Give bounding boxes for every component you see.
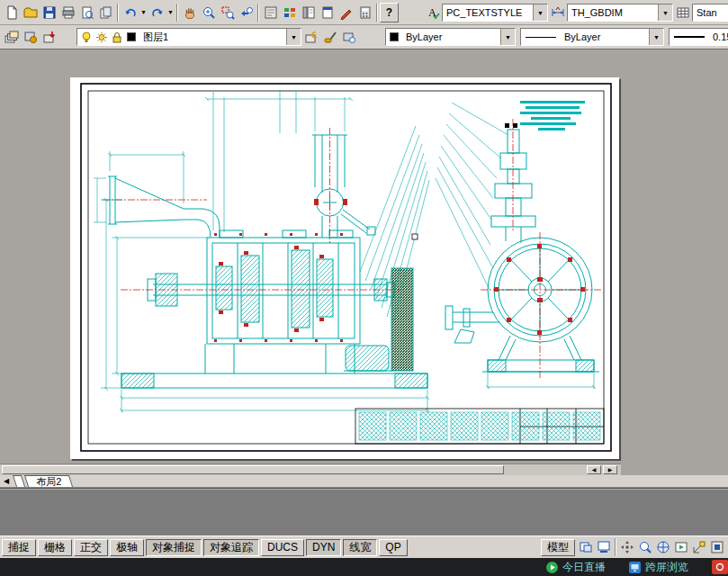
layer-isolate-icon[interactable]	[339, 27, 358, 47]
quickcalc-icon[interactable]	[355, 3, 374, 22]
qp-toggle[interactable]: QP	[379, 539, 407, 556]
chevron-down-icon[interactable]: ▼	[500, 29, 515, 45]
status-bar: 捕捉 栅格 正交 极轴 对象捕捉 对象追踪 DUCS DYN 线宽 QP 模型	[0, 536, 728, 558]
model-space-button[interactable]: 模型	[541, 539, 575, 556]
snap-toggle[interactable]: 捕捉	[2, 539, 36, 556]
properties-icon-glyph	[264, 5, 278, 20]
match-properties-icon[interactable]	[320, 27, 339, 47]
layer-states-icon[interactable]	[21, 27, 40, 47]
promo-item[interactable]	[712, 560, 728, 574]
pickbox-cursor	[412, 234, 418, 239]
sheet-set-manager-icon[interactable]	[318, 3, 337, 22]
markup-icon[interactable]	[337, 3, 355, 22]
osnap-label: 对象捕捉	[152, 540, 195, 555]
text-style-icon[interactable]: A	[423, 3, 442, 22]
chevron-down-icon[interactable]: ▼	[286, 29, 301, 45]
redo-icon[interactable]	[148, 3, 166, 22]
otrack-toggle[interactable]: 对象追踪	[203, 539, 259, 556]
tool-palettes-icon[interactable]	[299, 3, 318, 22]
quick-view-layouts-icon[interactable]	[577, 539, 595, 556]
clean-screen-icon[interactable]	[708, 539, 726, 556]
linetype-control-combo[interactable]: ByLayer ▼	[520, 28, 664, 46]
drawing-sheet[interactable]	[70, 77, 619, 459]
ducs-toggle[interactable]: DUCS	[261, 539, 304, 556]
layer-on-bulb-icon[interactable]	[80, 31, 93, 44]
properties-icon[interactable]	[261, 3, 280, 22]
undo-dropdown-icon[interactable]: ▼	[139, 3, 148, 22]
zoom-previous-icon[interactable]	[237, 3, 256, 22]
tab-layout2[interactable]: 布局2	[24, 475, 73, 487]
zoom-realtime-icon[interactable]	[199, 3, 218, 22]
tab-layout1-partial[interactable]	[13, 475, 25, 487]
scroll-right-icon[interactable]: ▶	[603, 465, 617, 474]
layer-combo[interactable]: 图层1 ▼	[76, 28, 301, 46]
make-object-layer-current-icon[interactable]	[40, 27, 58, 47]
color-value: ByLayer	[402, 32, 500, 42]
border-frame	[81, 84, 611, 451]
polar-label: 极轴	[116, 540, 138, 555]
lineweight-toggle[interactable]: 线宽	[343, 539, 377, 556]
text-style-combo[interactable]: PC_TEXTSTYLE ▼	[442, 4, 548, 22]
table-style-icon-glyph	[676, 5, 690, 20]
zoom-icon[interactable]	[636, 539, 654, 556]
show-motion-icon[interactable]	[672, 539, 690, 556]
tower-top-marks	[505, 123, 517, 128]
osnap-toggle[interactable]: 对象捕捉	[146, 539, 202, 556]
color-control-combo[interactable]: ByLayer ▼	[385, 28, 516, 46]
layer-freeze-sun-icon[interactable]	[95, 31, 108, 44]
steering-wheel-icon-glyph	[656, 540, 670, 554]
polar-toggle[interactable]: 极轴	[110, 539, 144, 556]
layer-color-swatch	[127, 32, 136, 41]
grid-toggle[interactable]: 栅格	[38, 539, 72, 556]
plot-preview-icon[interactable]	[77, 3, 96, 22]
layer-lock-icon[interactable]	[111, 31, 123, 44]
cross-screen-item[interactable]: 跨屏浏览	[629, 560, 688, 575]
pan-icon[interactable]	[618, 539, 636, 556]
table-style-icon[interactable]	[673, 3, 692, 22]
lineweight-control-combo[interactable]: 0.15 ▼	[669, 28, 728, 46]
show-motion-icon-glyph	[674, 540, 688, 554]
toolbar-separator	[257, 4, 259, 22]
table-style-combo[interactable]: Stan ▼	[692, 4, 728, 22]
styles-toolbar: A PC_TEXTSTYLE ▼ TH_GBDIM ▼ Stan ▼	[423, 3, 728, 22]
dim-style-icon[interactable]	[548, 3, 567, 22]
toolbar-separator	[176, 4, 178, 22]
left-section-view	[108, 135, 427, 388]
save-icon[interactable]	[40, 3, 58, 22]
zoom-window-icon[interactable]	[218, 3, 237, 22]
chevron-down-icon[interactable]: ▼	[649, 29, 663, 45]
dyn-toggle[interactable]: DYN	[306, 539, 341, 556]
plot-icon[interactable]	[58, 3, 77, 22]
help-icon[interactable]: ?	[380, 3, 399, 22]
chevron-down-icon[interactable]: ▼	[658, 4, 672, 21]
steering-wheel-icon[interactable]	[654, 539, 672, 556]
linetype-value: ByLayer	[561, 32, 649, 42]
scroll-left-icon[interactable]: ◀	[587, 465, 601, 474]
save-icon-glyph	[42, 5, 57, 20]
quick-view-drawings-icon[interactable]	[595, 539, 613, 556]
dim-style-combo[interactable]: TH_GBDIM ▼	[567, 4, 673, 22]
ortho-toggle[interactable]: 正交	[74, 539, 108, 556]
cross-screen-icon	[629, 562, 641, 573]
tab-scroll-left-icon[interactable]: ◀	[0, 475, 13, 487]
command-area[interactable]	[0, 488, 728, 536]
layer-previous-icon[interactable]	[301, 27, 320, 47]
drawing-canvas[interactable]	[70, 77, 619, 459]
live-stream-item[interactable]: 今日直播	[546, 560, 606, 575]
layer-properties-icon[interactable]	[2, 27, 21, 47]
plot-preview-icon-glyph	[80, 5, 94, 20]
undo-icon[interactable]	[121, 3, 139, 22]
chevron-down-icon[interactable]: ▼	[533, 4, 547, 21]
layout-tab-bar: ◀ 布局2	[0, 475, 728, 488]
drawing-area[interactable]	[0, 50, 728, 464]
designcenter-icon[interactable]	[280, 3, 299, 22]
new-icon[interactable]	[2, 3, 21, 22]
open-icon[interactable]	[21, 3, 40, 22]
scrollbar-thumb[interactable]	[2, 465, 504, 474]
play-icon-glyph	[546, 562, 558, 573]
redo-dropdown-icon[interactable]: ▼	[166, 3, 175, 22]
horizontal-scrollbar[interactable]: ◀ ▶	[0, 464, 621, 475]
publish-icon[interactable]	[96, 3, 115, 22]
pan-icon[interactable]	[180, 3, 199, 22]
annotation-scale-icon[interactable]	[690, 539, 708, 556]
